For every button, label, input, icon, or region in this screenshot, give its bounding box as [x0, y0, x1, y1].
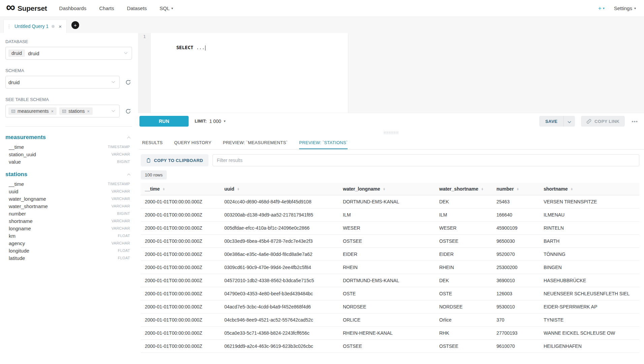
- results-tab[interactable]: PREVIEW: `MEASUREMENTS`: [223, 136, 288, 149]
- column-name: shortname: [9, 218, 33, 224]
- table-cell: ILM: [339, 208, 435, 222]
- table-cell: 04cbc946-8ee9-4521-ac52-557642cad52c: [220, 313, 339, 327]
- table-section: stations__timeTIMESTAMPuuidVARCHARwater_…: [5, 171, 132, 262]
- run-button[interactable]: RUN: [139, 116, 189, 127]
- sql-lab-main: 1 SELECT ... RUN LIMIT: 1 000 ▾ SAVE COP…: [138, 33, 644, 364]
- column-name: longitude: [9, 248, 29, 254]
- table-row: 2000-01-01T00:00:00.000Z04790e03-4353-4e…: [141, 287, 639, 300]
- brand[interactable]: ∞ Superset: [6, 4, 47, 12]
- table-cell: 2000-01-01T00:00:00.000Z: [141, 313, 220, 327]
- results-toolbar: COPY TO CLIPBOARD: [139, 150, 644, 166]
- table-cell: WESER: [435, 222, 492, 235]
- remove-tag-icon[interactable]: ×: [87, 109, 90, 114]
- settings-menu-button[interactable]: Settings ▾: [614, 5, 636, 11]
- table-cell: 9530010: [492, 300, 540, 313]
- sort-icon: ▲▼: [237, 188, 240, 191]
- tab-drag-handle-icon[interactable]: ⋮: [7, 24, 11, 29]
- column-row: longnameVARCHAR: [5, 225, 132, 232]
- refresh-tables-button[interactable]: [124, 107, 132, 115]
- print-margin: [348, 33, 644, 113]
- table-icon: [62, 109, 66, 113]
- query-tab[interactable]: ⋮ Untitled Query 1 ×: [3, 19, 67, 33]
- table-cell: NORDSEE: [435, 300, 492, 313]
- table-cell: 0024cc40-d690-468d-84f9-4e9bf45d9108: [220, 195, 339, 208]
- copy-to-clipboard-button[interactable]: COPY TO CLIPBOARD: [141, 154, 208, 166]
- add-tab-button[interactable]: +: [71, 21, 79, 29]
- refresh-schema-button[interactable]: [124, 78, 132, 86]
- chevron-up-icon: [127, 173, 131, 177]
- column-row: station_uuidVARCHAR: [5, 151, 132, 158]
- more-options-button[interactable]: •••: [631, 119, 639, 124]
- results-tab[interactable]: QUERY HISTORY: [174, 136, 212, 149]
- editor-code[interactable]: SELECT ...: [151, 33, 644, 113]
- nav-item-datasets[interactable]: Datasets: [127, 5, 147, 11]
- column-type: VARCHAR: [111, 152, 130, 156]
- column-name: station_uuid: [9, 152, 36, 157]
- chevron-down-icon: [112, 80, 115, 83]
- column-header[interactable]: water_shortname▲▼: [435, 183, 492, 195]
- editor-toolbar: RUN LIMIT: 1 000 ▾ SAVE COPY LINK •••: [138, 113, 644, 129]
- nav-item-dashboards[interactable]: Dashboards: [59, 5, 87, 11]
- brand-name: Superset: [18, 4, 47, 12]
- nav-item-sql[interactable]: SQL▾: [160, 5, 173, 11]
- refresh-icon: [125, 79, 131, 85]
- column-type: BIGINT: [117, 211, 130, 216]
- copy-link-button[interactable]: COPY LINK: [581, 116, 625, 127]
- results-tab[interactable]: PREVIEW: `STATIONS`: [299, 136, 348, 149]
- column-name: number: [9, 211, 26, 217]
- query-tab-label: Untitled Query 1: [14, 24, 49, 29]
- table-cell: 005dfdae-efcc-410a-bf1c-24096e0c2866: [220, 222, 339, 235]
- save-options-button[interactable]: [564, 116, 575, 127]
- database-select[interactable]: druid druid: [5, 47, 132, 60]
- table-icon: [11, 109, 15, 113]
- column-type: FLOAT: [118, 234, 130, 238]
- table-cell: OSTE: [435, 287, 492, 300]
- table-cell: DORTMUND-EMS-KANAL: [339, 195, 435, 208]
- filter-results-input[interactable]: [213, 154, 639, 166]
- results-pane: RESULTSQUERY HISTORYPREVIEW: `MEASUREMEN…: [138, 136, 644, 364]
- column-header[interactable]: uuid▲▼: [220, 183, 339, 195]
- table-cell: 9520070: [492, 248, 540, 261]
- table-section-header[interactable]: stations: [5, 171, 132, 178]
- clipboard-icon: [146, 158, 151, 163]
- table-cell: RINTELN: [540, 222, 639, 235]
- table-cell: DEK: [435, 195, 492, 208]
- remove-tag-icon[interactable]: ×: [51, 109, 54, 114]
- pane-resize-handle[interactable]: [138, 129, 644, 136]
- table-tag: measurements×: [8, 107, 57, 115]
- table-cell: 25463: [492, 195, 540, 208]
- nav-item-charts[interactable]: Charts: [99, 5, 114, 11]
- save-button[interactable]: SAVE: [539, 116, 564, 127]
- schema-select[interactable]: druid: [5, 76, 120, 89]
- column-header[interactable]: number▲▼: [492, 183, 540, 195]
- table-cell: 370: [492, 313, 540, 327]
- query-tab-bar: ⋮ Untitled Query 1 × +: [0, 17, 644, 33]
- results-tabs: RESULTSQUERY HISTORYPREVIEW: `MEASUREMEN…: [139, 136, 644, 150]
- column-name: km: [9, 233, 15, 239]
- sort-icon: ▲▼: [571, 188, 573, 191]
- column-name: water_shortname: [9, 203, 48, 209]
- results-tab[interactable]: RESULTS: [142, 136, 163, 149]
- table-cell: NORDSEE: [339, 300, 435, 313]
- navbar: ∞ Superset DashboardsChartsDatasetsSQL▾ …: [0, 0, 644, 17]
- column-row: agencyVARCHAR: [5, 239, 132, 247]
- table-cell: WANNE EICKEL SCHLEUSE OW: [540, 327, 639, 340]
- column-header[interactable]: __time▲▼: [141, 183, 220, 195]
- line-number: 1: [143, 34, 146, 39]
- column-name: value: [9, 159, 21, 165]
- new-menu-button[interactable]: + ▾: [598, 5, 605, 12]
- close-tab-icon[interactable]: ×: [59, 24, 62, 29]
- table-section-header[interactable]: measurements: [5, 134, 132, 141]
- limit-dropdown[interactable]: LIMIT: 1 000 ▾: [195, 119, 226, 124]
- table-name: stations: [5, 171, 27, 178]
- nav-item-label: Datasets: [127, 5, 147, 11]
- sql-editor[interactable]: 1 SELECT ...: [138, 33, 644, 113]
- table-select[interactable]: measurements×stations×: [5, 105, 120, 118]
- column-header[interactable]: water_longname▲▼: [339, 183, 435, 195]
- column-header[interactable]: shortname▲▼: [540, 183, 639, 195]
- schema-table-list: measurements__timeTIMESTAMPstation_uuidV…: [5, 134, 132, 262]
- chevron-down-icon: [568, 120, 571, 123]
- table-cell: 04790e03-4353-4e80-beef-b3ed439484bc: [220, 287, 339, 300]
- table-cell: 9650030: [492, 235, 540, 248]
- table-cell: 2000-01-01T00:00:00.000Z: [141, 248, 220, 261]
